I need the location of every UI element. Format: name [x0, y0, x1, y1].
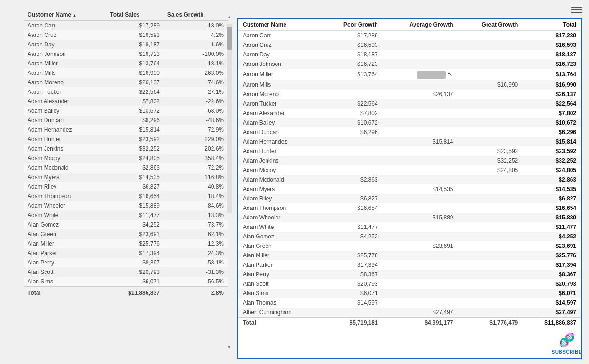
- left-col-customer-name[interactable]: Customer Name: [24, 9, 106, 20]
- right-cell: $16,723: [523, 59, 581, 69]
- right-cell: Adam Thompson: [238, 203, 321, 213]
- right-cell: $20,793: [321, 279, 383, 289]
- right-cell: Adam Myers: [238, 184, 321, 194]
- right-cell: $13,764: [321, 69, 383, 80]
- left-cell: Aaron Mills: [24, 68, 106, 78]
- right-cell: [383, 222, 458, 232]
- left-cell: 62.1%: [164, 229, 228, 239]
- right-cell: $7,802: [321, 109, 383, 118]
- right-cell: [321, 241, 383, 251]
- right-cell: [321, 165, 383, 175]
- left-cell: Adam Mccoy: [24, 154, 106, 163]
- right-col-great-growth[interactable]: Great Growth: [458, 19, 523, 31]
- right-cell: [383, 270, 458, 279]
- right-total-cell: Total: [238, 318, 321, 328]
- right-cell: [458, 260, 523, 270]
- right-cell: $17,289: [523, 31, 581, 41]
- right-cell: Alan Perry: [238, 270, 321, 279]
- right-table: Customer Name Poor Growth Average Growth…: [238, 19, 581, 328]
- left-cell: -68.0%: [164, 106, 228, 116]
- right-col-average-growth[interactable]: Average Growth: [383, 19, 458, 31]
- left-cell: $22,564: [106, 87, 164, 97]
- left-cell: $15,889: [106, 201, 164, 210]
- right-cell: $27,497: [383, 308, 458, 318]
- right-cell: [383, 50, 458, 59]
- right-cell: [458, 203, 523, 213]
- right-cell: [383, 99, 458, 109]
- right-cell: $18,187: [523, 50, 581, 59]
- subscribe-label[interactable]: SUBSCRIBE: [552, 349, 582, 355]
- right-cell: Adam White: [238, 222, 321, 232]
- right-col-total[interactable]: Total: [523, 19, 581, 31]
- left-total-cell: $11,886,837: [106, 287, 164, 298]
- left-cell: -48.6%: [164, 116, 228, 125]
- right-cell: Adam Hernandez: [238, 137, 321, 146]
- right-cell: $10,672: [321, 118, 383, 127]
- right-cell: Aaron Miller: [238, 69, 321, 80]
- right-cell: $17,289: [321, 31, 383, 41]
- right-cell: $20,793: [523, 279, 581, 289]
- right-cell: [383, 194, 458, 203]
- right-cell: [458, 175, 523, 184]
- left-cell: $26,137: [106, 78, 164, 87]
- right-cell: [458, 289, 523, 298]
- scroll-up-arrow[interactable]: ▲: [226, 14, 232, 19]
- left-scrollbar[interactable]: [227, 24, 232, 213]
- right-cell: [383, 260, 458, 270]
- left-cell: Aaron Carr: [24, 20, 106, 30]
- right-cell: Alan Scott: [238, 279, 321, 289]
- right-cell: $25,776: [321, 251, 383, 260]
- right-cell: $4,252: [321, 232, 383, 241]
- left-col-total-sales[interactable]: Total Sales: [106, 9, 164, 20]
- left-cell: $16,990: [106, 68, 164, 78]
- right-cell: [458, 184, 523, 194]
- right-cell: Adam Hunter: [238, 146, 321, 156]
- right-cell: Adam Alexander: [238, 109, 321, 118]
- right-cell: $2,863: [321, 175, 383, 184]
- scroll-down-arrow[interactable]: ▼: [226, 345, 232, 350]
- right-cell: [458, 279, 523, 289]
- right-cell: [383, 251, 458, 260]
- right-cell: Adam Jenkins: [238, 156, 321, 165]
- hamburger-menu[interactable]: [571, 7, 582, 13]
- left-scrollbar-thumb[interactable]: [227, 27, 232, 50]
- right-cell: [458, 109, 523, 118]
- right-cell: Adam Mccoy: [238, 165, 321, 175]
- left-cell: Adam Duncan: [24, 116, 106, 125]
- left-col-sales-growth[interactable]: Sales Growth: [164, 9, 228, 20]
- right-col-customer-name[interactable]: Customer Name: [238, 19, 321, 31]
- right-cell: [458, 127, 523, 137]
- right-cell: [458, 241, 523, 251]
- left-cell: $32,252: [106, 144, 164, 154]
- right-cell: $2,863: [523, 175, 581, 184]
- left-cell: -72.2%: [164, 163, 228, 173]
- right-cell: $15,889: [383, 213, 458, 222]
- left-cell: -40.8%: [164, 182, 228, 191]
- right-cell: [383, 289, 458, 298]
- right-cell: Alan Parker: [238, 260, 321, 270]
- right-cell: $23,592: [523, 146, 581, 156]
- right-cell: $8,367: [321, 270, 383, 279]
- right-cell: $6,071: [321, 289, 383, 298]
- right-cell: [383, 31, 458, 41]
- left-cell: 358.4%: [164, 154, 228, 163]
- left-cell: $2,863: [106, 163, 164, 173]
- right-cell: [383, 279, 458, 289]
- right-cell: $14,597: [321, 298, 383, 308]
- right-table-container: Customer Name Poor Growth Average Growth…: [237, 18, 582, 359]
- main-container: ▲ Customer Name Total Sales Sales Growth…: [0, 0, 589, 364]
- right-panel: Customer Name Poor Growth Average Growth…: [232, 0, 589, 364]
- right-cell: [458, 50, 523, 59]
- left-cell: 72.9%: [164, 125, 228, 135]
- right-cell: $6,296: [523, 127, 581, 137]
- right-cell: [383, 40, 458, 50]
- right-cell: [383, 203, 458, 213]
- right-cell: $16,593: [321, 40, 383, 50]
- right-cell: [321, 184, 383, 194]
- right-cell: Adam Duncan: [238, 127, 321, 137]
- right-col-poor-growth[interactable]: Poor Growth: [321, 19, 383, 31]
- right-cell: [458, 222, 523, 232]
- right-cell: $24,805: [523, 165, 581, 175]
- left-panel: ▲ Customer Name Total Sales Sales Growth…: [0, 0, 232, 364]
- subscribe-area[interactable]: 🧬 SUBSCRIBE: [552, 332, 582, 355]
